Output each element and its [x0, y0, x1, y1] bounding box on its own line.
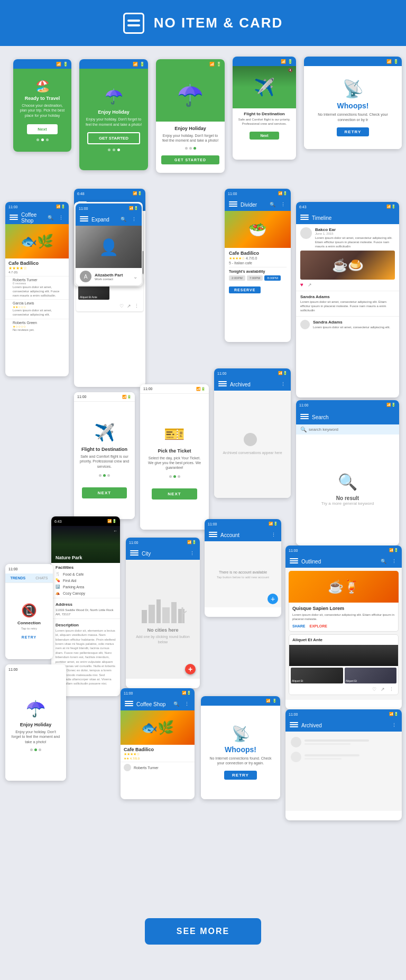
- whoops-b-retry[interactable]: RETRY: [224, 771, 257, 780]
- divider-line: [229, 267, 287, 267]
- time-btn-3[interactable]: 8:00PM: [264, 275, 281, 281]
- heart-filled-icon[interactable]: ♥: [300, 282, 303, 288]
- reviewer-3[interactable]: Roberts Green ★☆☆☆☆ No reviews yet.: [5, 319, 69, 334]
- enjoy-illustration: ☂️: [105, 88, 123, 105]
- search-hamburger[interactable]: [300, 414, 309, 420]
- retry-button[interactable]: RETRY: [337, 127, 370, 136]
- expand-chevron[interactable]: ⌄: [133, 274, 137, 280]
- get-started-btn-white[interactable]: GET STARTED: [161, 155, 219, 164]
- outlined-options-icon[interactable]: ⋮: [389, 687, 394, 692]
- options-icon-small[interactable]: ⋮: [134, 303, 139, 309]
- td-1: [169, 475, 172, 478]
- desc-section-title: Description: [51, 621, 120, 628]
- city-more[interactable]: ⋮: [188, 550, 196, 557]
- archived-more[interactable]: ⋮: [279, 381, 287, 388]
- outlined-search[interactable]: 🔍: [380, 558, 387, 565]
- contact-subtitle: Work contact: [95, 278, 123, 281]
- outlined-explore[interactable]: EXPLORE: [310, 624, 327, 628]
- outlined-card2-title: Aliquet Et Ante: [292, 637, 395, 642]
- add-account-btn[interactable]: +: [267, 594, 278, 604]
- contact-details: Alizabeth Part Work contact: [95, 273, 123, 281]
- status-bar-5: 📶🔋: [304, 57, 402, 66]
- archived2-more[interactable]: ⋮: [390, 722, 398, 729]
- mini-label-2: Aliquet Et Ante: [112, 295, 130, 299]
- nature-status: 6:43 📶🔋: [51, 516, 120, 526]
- next-button[interactable]: Next: [27, 124, 57, 134]
- screen-archived-2: 11:00 📶🔋 Archived ⋮: [285, 709, 402, 820]
- archived2-skeleton-1: [291, 737, 396, 747]
- contact-name: Alizabeth Part: [95, 273, 123, 278]
- outlined-share[interactable]: SHARE: [292, 624, 306, 628]
- divider-search[interactable]: 🔍: [269, 201, 276, 208]
- archived-empty-text: Archived conversations appear here: [223, 450, 282, 456]
- screen-expand-proper: 11:00 📶🔋 Expand 🔍 ⋮ 👤: [76, 204, 142, 285]
- svg-rect-0: [142, 610, 147, 623]
- coffee-b-search[interactable]: 🔍: [172, 700, 180, 708]
- expand-search[interactable]: 🔍: [119, 216, 127, 223]
- whoops-b-icon: 📡: [232, 725, 250, 743]
- divider-hamburger[interactable]: [229, 201, 237, 208]
- share-icon-small[interactable]: ↗: [127, 303, 131, 309]
- no-cities-sub: Add one by clicking round button below: [134, 634, 192, 645]
- no-result-container: 🔍 No result Try a more general keyword: [296, 434, 399, 544]
- outlined-heart-icon[interactable]: ♡: [372, 687, 376, 692]
- review-text: Lorem ipsum dolor sit amet, consectetur …: [13, 285, 66, 298]
- outlined-hamburger[interactable]: [290, 558, 298, 565]
- ticket-body: 🎫 Pick the Ticket Select the day, pick Y…: [140, 394, 209, 530]
- see-more-button[interactable]: SEE MORE: [145, 918, 261, 945]
- outlined-card-2: Aliquet Et Ante Aliquet Et Aliquet Et ♡: [289, 634, 399, 695]
- nature-back[interactable]: ←: [113, 529, 117, 533]
- coffee-b-hamburger[interactable]: [125, 701, 133, 707]
- divider-more[interactable]: ⋮: [279, 201, 287, 208]
- search-field[interactable]: [309, 427, 395, 432]
- more-icon[interactable]: ⋮: [57, 214, 64, 221]
- account-more[interactable]: ⋮: [270, 531, 277, 539]
- ticket-next-btn[interactable]: NEXT: [152, 488, 197, 500]
- screen-timeline: 6:43 📶🔋 Timeline Bakco Ear June: [296, 202, 399, 397]
- reviewer-1[interactable]: Roberts Turner 0 reviews Lorem ipsum dol…: [5, 276, 69, 300]
- share-timeline-icon[interactable]: ↗: [308, 282, 312, 288]
- hamburger-icon[interactable]: [10, 215, 18, 221]
- mini-img-2: Aliquet Et Ante: [110, 285, 142, 300]
- screen-divider: 11:00 📶🔋 Divider 🔍 ⋮ 🥗 Cafe Badilico: [225, 189, 291, 342]
- outlined-share-icon[interactable]: ↗: [381, 687, 385, 692]
- archived2-hamburger[interactable]: [290, 722, 298, 728]
- city-hamburger[interactable]: [130, 550, 139, 557]
- time-btn-1[interactable]: 2:00PM: [229, 275, 245, 281]
- divider-status: 11:00 📶🔋: [225, 189, 291, 198]
- icon-bar-bottom: [127, 24, 140, 26]
- dot-3: [46, 138, 49, 141]
- flight-next-btn[interactable]: Next: [250, 132, 279, 140]
- city-fab[interactable]: +: [185, 664, 196, 674]
- outlined-more[interactable]: ⋮: [390, 558, 398, 565]
- flight-next-btn-white[interactable]: NEXT: [82, 487, 127, 498]
- chats-tab[interactable]: CHATS: [35, 576, 48, 580]
- no-result-search-icon: 🔍: [338, 473, 357, 491]
- time-btn-2[interactable]: 7:00PM: [247, 275, 263, 281]
- timeline-status: 6:43 📶🔋: [296, 202, 399, 211]
- expand-hamburger[interactable]: [80, 216, 88, 223]
- reserve-button[interactable]: RESERVE: [229, 286, 261, 293]
- coffee-b-more[interactable]: ⋮: [183, 700, 190, 708]
- whoops-text: No Internet connections found. Check you…: [309, 112, 396, 122]
- no-account-text: There is no account available: [219, 570, 267, 574]
- heart-icon[interactable]: ♡: [119, 303, 124, 309]
- esd-3: [39, 748, 41, 751]
- reviewer-2[interactable]: Garcia Lewis ★★☆☆☆ Lorem ipsum dolor sit…: [5, 300, 69, 319]
- divider-1: [51, 598, 120, 598]
- get-started-button[interactable]: GET STARTED: [87, 132, 140, 144]
- connection-retry-btn[interactable]: RETRY: [22, 635, 36, 639]
- canopy-icon: ⛺: [56, 591, 60, 595]
- account-hamburger[interactable]: [209, 532, 217, 538]
- coffee-item-1[interactable]: Cafe Badilico ★★★★☆ 4.7 (0): [5, 258, 69, 276]
- skel-lines-2: [304, 754, 396, 760]
- timeline-hamburger[interactable]: [300, 215, 309, 221]
- search-toolbar-icon[interactable]: 🔍: [47, 214, 54, 221]
- flight-title: Flight to Destination: [236, 112, 293, 116]
- enjoy-standalone-title: Enjoy Holiday: [20, 722, 52, 727]
- expand-more[interactable]: ⋮: [130, 216, 137, 223]
- screenshot-mosaic: 📶🔋 🏖️ Ready to Travel Choose your destin…: [5, 54, 401, 900]
- archived-hamburger[interactable]: [218, 381, 227, 387]
- food-emoji: 🐟🌿: [5, 224, 69, 258]
- brands-tab[interactable]: TRENDS: [11, 576, 26, 580]
